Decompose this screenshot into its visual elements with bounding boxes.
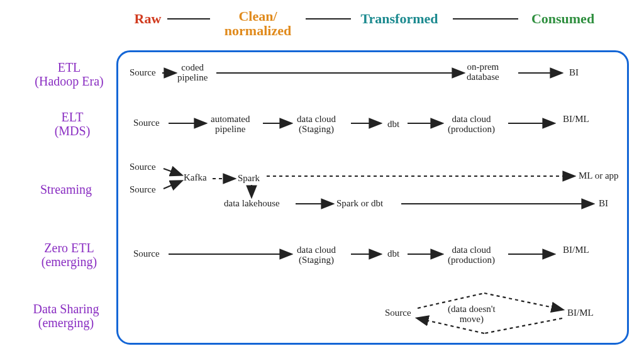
zero-data-cloud-production: data cloud (production) bbox=[448, 245, 495, 265]
stage-raw: Raw bbox=[126, 11, 170, 26]
streaming-bi: BI bbox=[599, 199, 608, 209]
elt-biml: BI/ML bbox=[563, 114, 589, 125]
etl-source: Source bbox=[130, 68, 156, 78]
stage-consumed: Consumed bbox=[522, 11, 604, 26]
etl-onprem-db: on-prem database bbox=[467, 62, 499, 82]
etl-coded-pipeline: coded pipeline bbox=[177, 63, 208, 83]
etl-bi: BI bbox=[569, 68, 579, 78]
streaming-spark-or-dbt: Spark or dbt bbox=[336, 199, 383, 209]
diagram-frame bbox=[116, 50, 629, 345]
share-note: (data doesn't move) bbox=[448, 304, 496, 325]
zero-source: Source bbox=[133, 249, 160, 259]
elt-data-cloud-production: data cloud (production) bbox=[448, 114, 495, 135]
zero-biml: BI/ML bbox=[563, 245, 589, 255]
row-zero-etl: Zero ETL (emerging) bbox=[22, 241, 116, 269]
row-elt: ELT (MDS) bbox=[35, 110, 110, 138]
stage-transformed: Transformed bbox=[349, 11, 450, 26]
row-etl: ETL (Hadoop Era) bbox=[22, 60, 116, 88]
row-streaming: Streaming bbox=[25, 182, 107, 196]
elt-source: Source bbox=[133, 118, 160, 128]
streaming-source-2: Source bbox=[130, 185, 156, 195]
streaming-source-1: Source bbox=[130, 162, 156, 172]
zero-data-cloud-staging: data cloud (Staging) bbox=[297, 245, 336, 265]
elt-automated-pipeline: automated pipeline bbox=[211, 114, 250, 135]
elt-data-cloud-staging: data cloud (Staging) bbox=[297, 114, 336, 135]
streaming-kafka: Kafka bbox=[184, 173, 207, 183]
share-biml: BI/ML bbox=[567, 308, 594, 318]
elt-dbt: dbt bbox=[387, 120, 399, 130]
streaming-ml-or-app: ML or app bbox=[579, 171, 619, 181]
streaming-lakehouse: data lakehouse bbox=[224, 199, 280, 209]
share-source: Source bbox=[385, 308, 411, 318]
row-data-sharing: Data Sharing (emerging) bbox=[13, 302, 119, 330]
zero-dbt: dbt bbox=[387, 249, 399, 259]
streaming-spark: Spark bbox=[238, 174, 260, 184]
stage-clean: Clean/ normalized bbox=[211, 9, 305, 38]
